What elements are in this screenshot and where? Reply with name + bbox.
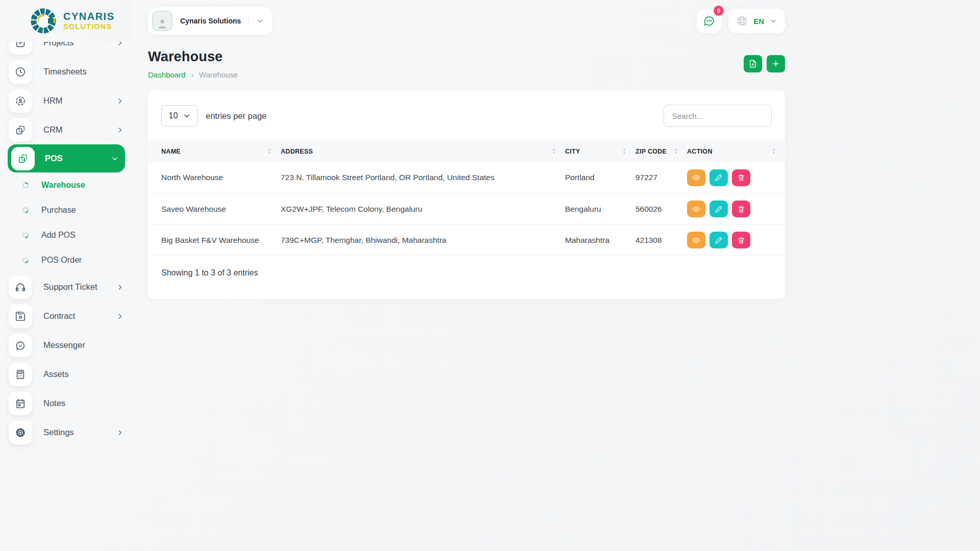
sidebar-item-hrm[interactable]: HRM: [0, 86, 133, 115]
messages-button[interactable]: 0: [697, 9, 721, 33]
clock-icon: [9, 60, 32, 84]
pencil-icon: [715, 173, 723, 182]
calculator-icon: [9, 363, 32, 386]
sidebar-item-support-ticket[interactable]: Support Ticket: [0, 272, 133, 302]
cell-city: Bengaluru: [565, 193, 635, 224]
column-header-address: ADDRESS: [281, 148, 313, 155]
entries-per-page-label: entries per page: [206, 111, 266, 121]
page-title: Warehouse: [148, 49, 238, 65]
pencil-icon: [715, 205, 723, 213]
company-selector[interactable]: Cynaris Solutions: [148, 7, 272, 35]
view-button[interactable]: [687, 169, 705, 186]
delete-button[interactable]: [732, 169, 750, 186]
sidebar-item-notes[interactable]: Notes: [0, 389, 133, 418]
sidebar-item-pos[interactable]: POS: [8, 144, 125, 172]
edit-button[interactable]: [709, 232, 728, 248]
cell-name: Big Basket F&V Warehouse: [148, 224, 281, 256]
sidebar-item-assets[interactable]: Assets: [0, 360, 133, 389]
table-summary: Showing 1 to 3 of 3 entries: [148, 268, 785, 278]
export-button[interactable]: [744, 55, 762, 72]
column-header-name: NAME: [161, 148, 181, 155]
search-input[interactable]: [664, 105, 772, 127]
language-selector[interactable]: EN: [728, 9, 785, 33]
sidebar-item-contract[interactable]: Contract: [0, 302, 133, 331]
chevron-right-icon: [116, 313, 124, 320]
warehouse-card: 10 entries per page NAME▲▼ ADDRESS▲▼ CIT…: [148, 90, 785, 299]
chevron-right-icon: [116, 97, 124, 105]
donut-bullet-icon: [22, 232, 29, 239]
file-export-icon: [748, 59, 757, 68]
delete-button[interactable]: [732, 232, 750, 248]
table-row: Saveo Warehouse XG2W+JPF, Telecom Colony…: [148, 193, 785, 224]
add-warehouse-button[interactable]: [767, 55, 785, 72]
sidebar-item-crm[interactable]: CRM: [0, 115, 133, 144]
cell-name: North Warehouse: [148, 162, 281, 193]
cell-address: 739C+MGP, Themghar, Bhiwandi, Maharashtr…: [281, 224, 565, 256]
donut-bullet-icon: [22, 182, 29, 189]
chevron-down-icon: [183, 112, 190, 119]
sidebar-subitem-label: Add POS: [41, 231, 76, 240]
divider: [249, 17, 249, 25]
edit-button[interactable]: [709, 169, 728, 186]
view-button[interactable]: [687, 232, 705, 248]
entries-per-page: 10 entries per page: [161, 105, 266, 127]
warehouse-table: NAME▲▼ ADDRESS▲▼ CITY▲▼ ZIP CODE▲▼ ACTIO…: [148, 140, 785, 256]
page-actions: [744, 55, 785, 72]
row-actions: [687, 201, 776, 217]
notification-badge: 0: [714, 6, 724, 16]
table-row: Big Basket F&V Warehouse 739C+MGP, Themg…: [148, 224, 785, 256]
sidebar-item-settings[interactable]: Settings: [0, 418, 133, 447]
sort-icon[interactable]: ▲▼: [772, 148, 776, 155]
entries-per-page-select[interactable]: 10: [161, 105, 198, 127]
headphones-icon: [9, 276, 32, 299]
view-button[interactable]: [687, 201, 705, 217]
sidebar-item-label: Assets: [43, 369, 124, 379]
company-avatar: [152, 11, 173, 31]
chevron-right-icon: [116, 284, 124, 291]
chevron-right-icon: [116, 127, 124, 134]
user-focus-icon: [9, 89, 32, 113]
sidebar-subitem-add-pos[interactable]: Add POS: [0, 222, 133, 247]
brand-logo-text: CYNARIS SOLUTIONS: [63, 11, 115, 31]
brand-logo[interactable]: CYNARIS SOLUTIONS: [0, 0, 133, 42]
breadcrumb-separator: ›: [191, 71, 193, 79]
sidebar-item-label: Contract: [43, 311, 116, 321]
trash-icon: [737, 173, 745, 182]
app-root: CYNARIS SOLUTIONS Projects Timesheets: [0, 0, 980, 551]
sidebar-item-label: Timesheets: [43, 67, 124, 77]
overlap-squares-icon: [9, 118, 32, 142]
eye-icon: [692, 205, 700, 213]
sort-icon[interactable]: ▲▼: [622, 148, 626, 155]
edit-button[interactable]: [709, 201, 728, 217]
sidebar-item-messenger[interactable]: Messenger: [0, 331, 133, 360]
table-header-row: NAME▲▼ ADDRESS▲▼ CITY▲▼ ZIP CODE▲▼ ACTIO…: [148, 140, 785, 162]
chevron-down-icon: [111, 155, 118, 162]
sidebar-subitem-warehouse[interactable]: Warehouse: [0, 172, 133, 197]
floppy-icon: [9, 305, 32, 328]
chat-dots-icon: [703, 15, 715, 27]
delete-button[interactable]: [732, 201, 750, 217]
sidebar-item-label: Notes: [43, 398, 124, 408]
eye-icon: [692, 173, 700, 182]
trash-icon: [737, 236, 745, 244]
donut-bullet-icon: [22, 207, 29, 214]
cell-address: XG2W+JPF, Telecom Colony, Bengaluru: [281, 193, 565, 224]
breadcrumb-current: Warehouse: [199, 70, 238, 79]
brand-name: CYNARIS: [63, 11, 115, 21]
sort-icon[interactable]: ▲▼: [674, 148, 678, 155]
breadcrumb-dashboard-link[interactable]: Dashboard: [148, 70, 185, 79]
sidebar-item-timesheets[interactable]: Timesheets: [0, 57, 133, 86]
sidebar-subitem-pos-order[interactable]: POS Order: [0, 247, 133, 272]
sort-icon[interactable]: ▲▼: [552, 148, 556, 155]
brand-logo-icon: [30, 6, 59, 36]
sidebar-subitem-purchase[interactable]: Purchase: [0, 197, 133, 222]
page-header: Warehouse Dashboard › Warehouse: [148, 49, 785, 79]
sidebar-item-label: Messenger: [43, 340, 124, 350]
donut-bullet-icon: [22, 257, 29, 264]
column-header-city: CITY: [565, 148, 580, 155]
pos-icon: [11, 147, 35, 170]
sort-icon[interactable]: ▲▼: [267, 148, 272, 155]
sidebar: CYNARIS SOLUTIONS Projects Timesheets: [0, 0, 133, 551]
calendar-icon: [9, 392, 32, 415]
sidebar-nav: Projects Timesheets HRM CR: [0, 28, 133, 447]
